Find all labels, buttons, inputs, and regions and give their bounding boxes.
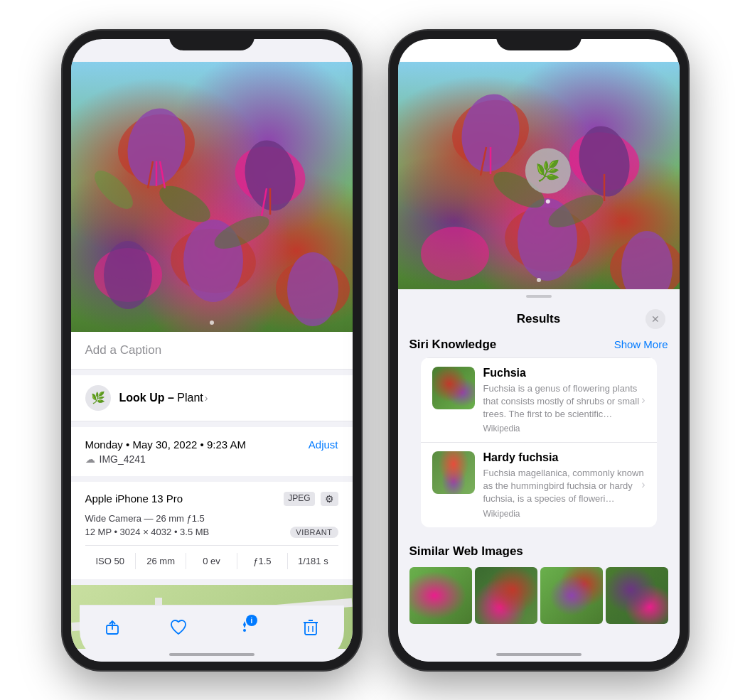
left-screen: Add a Caption 🌿 Look Up – Plant› Monday … [71, 39, 353, 662]
close-button[interactable]: ✕ [645, 309, 665, 329]
lens-info: Wide Camera — 26 mm ƒ1.5 [85, 513, 338, 524]
show-more-button[interactable]: Show More [614, 338, 668, 350]
share-button[interactable] [97, 612, 128, 643]
info-button[interactable]: i [229, 612, 260, 643]
similar-image-2[interactable] [475, 567, 537, 624]
similar-image-3[interactable] [540, 567, 603, 624]
home-indicator [169, 653, 255, 656]
camera-section: Apple iPhone 13 Pro JPEG ⚙ Wide Camera —… [71, 482, 353, 579]
knowledge-item-fuchsia[interactable]: Fuchsia Fuchsia is a genus of flowering … [421, 357, 657, 443]
similar-section: Similar Web Images [398, 544, 680, 632]
camera-name: Apple iPhone 13 Pro [85, 492, 183, 505]
date-section: Monday • May 30, 2022 • 9:23 AM Adjust ☁… [71, 427, 353, 476]
exif-aperture: ƒ1.5 [237, 553, 288, 569]
hardy-desc: Fuchsia magellanica, commonly known as t… [483, 467, 645, 506]
hardy-name: Hardy fuchsia [483, 451, 645, 464]
siri-knowledge-section: Siri Knowledge Show More Fuchsia Fuchsia… [398, 338, 680, 544]
hardy-source: Wikipedia [483, 509, 645, 519]
svg-point-9 [287, 252, 338, 326]
fuchsia-name: Fuchsia [483, 367, 645, 379]
svg-point-7 [104, 241, 152, 309]
left-phone: Add a Caption 🌿 Look Up – Plant› Monday … [63, 31, 361, 670]
photo-area[interactable] [71, 62, 353, 332]
fuchsia-thumb [432, 367, 475, 409]
svg-point-34 [621, 231, 673, 289]
lookup-icon: 🌿 [85, 385, 111, 411]
exif-shutter: 1/181 s [288, 553, 338, 569]
similar-image-1[interactable] [409, 567, 472, 624]
exif-ev: 0 ev [186, 553, 237, 569]
notch [169, 31, 255, 50]
caption-field[interactable]: Add a Caption [71, 332, 353, 370]
siri-knowledge-title: Siri Knowledge [409, 338, 497, 352]
fuchsia-chevron: › [641, 394, 645, 406]
exif-row: ISO 50 26 mm 0 ev ƒ1.5 1/181 s [85, 545, 338, 569]
hardy-thumb [432, 451, 475, 494]
vibrant-badge: VIBRANT [290, 527, 338, 538]
settings-icon: ⚙ [321, 492, 338, 506]
svg-rect-21 [305, 623, 316, 635]
right-notch [496, 31, 582, 50]
siri-visual-lookup-button[interactable]: 🌿 [525, 148, 570, 193]
fuchsia-text: Fuchsia Fuchsia is a genus of flowering … [483, 367, 645, 434]
svg-point-20 [243, 629, 246, 632]
lookup-text: Look Up – Plant› [119, 392, 208, 404]
cloud-icon: ☁ [85, 453, 95, 465]
results-title: Results [432, 312, 645, 326]
adjust-button[interactable]: Adjust [309, 438, 338, 451]
siri-dot [545, 199, 550, 203]
filename: IMG_4241 [100, 453, 146, 465]
similar-image-4[interactable] [606, 567, 668, 624]
exif-iso: ISO 50 [85, 553, 136, 569]
caption-placeholder: Add a Caption [85, 343, 162, 357]
delete-button[interactable] [295, 612, 326, 643]
flower-image [71, 62, 353, 332]
knowledge-item-hardy[interactable]: Hardy fuchsia Fuchsia magellanica, commo… [421, 442, 657, 527]
results-panel: Results ✕ Siri Knowledge Show More [398, 289, 680, 662]
lookup-section[interactable]: 🌿 Look Up – Plant› [71, 375, 353, 421]
exif-mm: 26 mm [136, 553, 186, 569]
right-screen: 🌿 Results ✕ Siri Knowledge Show Mor [398, 39, 680, 662]
fuchsia-desc: Fuchsia is a genus of flowering plants t… [483, 382, 645, 421]
drag-handle [526, 295, 552, 298]
right-phone: 🌿 Results ✕ Siri Knowledge Show Mor [390, 31, 688, 670]
favorite-button[interactable] [163, 612, 194, 643]
right-home-indicator [496, 653, 582, 656]
hardy-text: Hardy fuchsia Fuchsia magellanica, commo… [483, 451, 645, 519]
info-badge: i [246, 615, 257, 626]
results-header: Results ✕ [398, 298, 680, 338]
similar-images-grid [409, 567, 668, 624]
jpeg-badge: JPEG [284, 492, 314, 506]
similar-title: Similar Web Images [409, 544, 668, 559]
right-photo-area[interactable]: 🌿 [398, 62, 680, 289]
fuchsia-source: Wikipedia [483, 424, 645, 434]
siri-knowledge-header: Siri Knowledge Show More [409, 338, 668, 357]
svg-point-32 [421, 227, 489, 281]
knowledge-cards: Fuchsia Fuchsia is a genus of flowering … [421, 357, 657, 527]
date-text: Monday • May 30, 2022 • 9:23 AM [85, 438, 246, 451]
specs-info: 12 MP • 3024 × 4032 • 3.5 MB [85, 527, 210, 537]
hardy-chevron: › [641, 478, 645, 491]
